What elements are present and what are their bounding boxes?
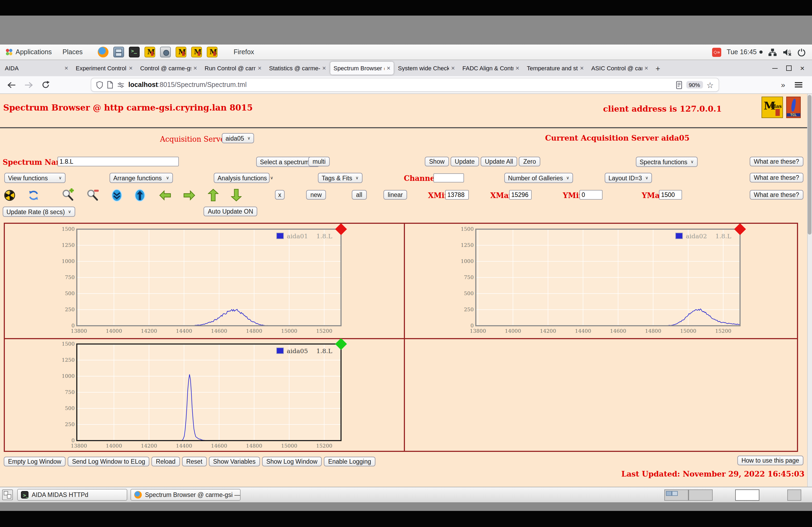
update-all-button[interactable]: Update All — [481, 157, 518, 166]
expand-vertical-icon[interactable] — [134, 189, 146, 205]
chart-bottom-left[interactable]: 1380014000142001440014600148001500015200… — [56, 338, 349, 449]
terminal-icon[interactable] — [129, 47, 140, 57]
applications-menu[interactable]: Applications — [0, 48, 57, 56]
tab-run-control-carme[interactable]: Run Control @ carme× — [201, 62, 265, 75]
tab-close-icon[interactable]: × — [64, 64, 68, 72]
tags-fits-select[interactable]: Tags & Fits∨ — [318, 173, 362, 183]
show-desktop-icon[interactable] — [2, 490, 13, 500]
layout-id-select[interactable]: Layout ID=3∨ — [605, 173, 652, 183]
what-are-these-button-2[interactable]: What are these? — [750, 173, 803, 182]
taskbar-item-spectrum-browser[interactable]: Spectrum Browser @ carme-gsi — ... — [130, 489, 241, 501]
zero-button[interactable]: Zero — [519, 157, 540, 166]
tab-close-icon[interactable]: × — [258, 64, 262, 72]
page-icon[interactable] — [107, 81, 113, 89]
chart-top-left[interactable]: 1380014000142001440014600148001500015200… — [56, 224, 349, 334]
tab-temperature-and-stat[interactable]: Temperature and stat× — [524, 62, 587, 75]
analysis-functions-select[interactable]: Analysis functions∨ — [214, 173, 270, 183]
spectrum-name-input[interactable] — [57, 157, 179, 166]
forward-button[interactable] — [23, 79, 34, 91]
enable-logging-button[interactable]: Enable Logging — [324, 457, 375, 466]
back-button[interactable] — [5, 79, 17, 91]
tab-close-icon[interactable]: × — [451, 64, 455, 72]
zoom-out-icon[interactable] — [86, 189, 99, 204]
arrange-functions-select[interactable]: Arrange functions∨ — [110, 173, 173, 183]
file-manager-icon[interactable] — [113, 47, 124, 57]
view-functions-select[interactable]: View functions∨ — [4, 173, 66, 183]
bookmark-star-icon[interactable]: ☆ — [707, 81, 714, 89]
xmin-input[interactable] — [445, 190, 469, 200]
new-button[interactable]: new — [306, 190, 326, 200]
tab-close-icon[interactable]: × — [580, 64, 584, 72]
zoom-level-button[interactable]: 90% — [686, 81, 703, 89]
move-right-icon[interactable] — [183, 190, 195, 203]
midas-icon[interactable] — [207, 47, 218, 57]
update-button[interactable]: Update — [451, 157, 479, 166]
all-button[interactable]: all — [352, 190, 366, 200]
window-minimize-button[interactable] — [772, 68, 778, 69]
page-scrollbar-thumb[interactable] — [808, 95, 811, 235]
ymax-input[interactable] — [659, 190, 682, 200]
tab-close-icon[interactable]: × — [129, 64, 133, 72]
show-button[interactable]: Show — [425, 157, 449, 166]
tab-close-icon[interactable]: × — [387, 64, 390, 72]
new-tab-button[interactable]: + — [652, 64, 664, 73]
show-variables-button[interactable]: Show Variables — [209, 457, 260, 466]
workspace-3-active[interactable] — [735, 489, 759, 500]
tab-control-carme-gsi[interactable]: Control @ carme-gsi× — [137, 62, 200, 75]
reset-button[interactable]: Reset — [182, 457, 206, 466]
clock[interactable]: Tue 16:45 — [727, 48, 763, 56]
xmax-input[interactable] — [509, 190, 532, 200]
tab-aida[interactable]: AIDA× — [2, 62, 71, 75]
workspace-2[interactable] — [688, 489, 713, 500]
tab-close-icon[interactable]: × — [516, 64, 519, 72]
reload-button[interactable]: Reload — [152, 457, 180, 466]
x-button[interactable]: x — [275, 190, 285, 200]
tab-close-icon[interactable]: × — [193, 64, 197, 72]
refresh-icon[interactable] — [27, 190, 40, 204]
tab-fadc-align-contro[interactable]: FADC Align & Contro× — [459, 62, 523, 75]
acquisition-server-select[interactable]: aida05∨ — [222, 133, 254, 143]
workspace-1[interactable] — [664, 489, 688, 500]
reload-button[interactable] — [40, 79, 52, 91]
volume-muted-icon[interactable] — [782, 48, 792, 56]
tab-spectrum-browser[interactable]: Spectrum Browser @× — [330, 62, 394, 75]
linear-button[interactable]: linear — [383, 190, 407, 200]
tab-system-wide-checks[interactable]: System wide Checks (× — [395, 62, 458, 75]
how-to-use-button[interactable]: How to use this page — [737, 456, 803, 465]
send-log-window-to-elog-button[interactable]: Send Log Window to ELog — [68, 457, 149, 466]
move-left-icon[interactable] — [159, 190, 171, 203]
active-app-menu[interactable]: Firefox — [228, 48, 259, 56]
midas-icon[interactable] — [176, 47, 186, 57]
move-up-icon[interactable] — [208, 188, 219, 205]
chart-top-right[interactable]: 1380014000142001440014600148001500015200… — [455, 224, 748, 334]
taskbar-item-aida-midas-httpd[interactable]: AIDA MIDAS HTTPd — [17, 489, 127, 501]
overflow-menu-button[interactable]: » — [781, 80, 784, 89]
move-down-icon[interactable] — [231, 188, 242, 205]
tab-close-icon[interactable]: × — [644, 64, 648, 72]
permissions-icon[interactable] — [117, 81, 125, 88]
window-maximize-button[interactable] — [786, 65, 792, 71]
auto-update-button[interactable]: Auto Update ON — [204, 207, 258, 216]
places-menu[interactable]: Places — [57, 48, 88, 56]
screenshot-icon[interactable] — [160, 47, 171, 57]
window-close-button[interactable]: × — [800, 64, 804, 72]
update-rate-select[interactable]: Update Rate (8 secs)∨ — [3, 207, 75, 217]
firefox-icon[interactable] — [98, 47, 108, 57]
spectra-functions-select[interactable]: Spectra functions∨ — [636, 157, 697, 167]
show-log-window-button[interactable]: Show Log Window — [262, 457, 322, 466]
radiation-icon[interactable] — [4, 190, 16, 204]
zoom-in-icon[interactable] — [61, 189, 75, 204]
tab-close-icon[interactable]: × — [322, 64, 326, 72]
workspace-4[interactable] — [787, 489, 801, 500]
multi-button[interactable]: multi — [308, 157, 330, 166]
collapse-vertical-icon[interactable] — [111, 189, 123, 205]
power-icon[interactable] — [798, 48, 806, 56]
empty-log-window-button[interactable]: Empty Log Window — [4, 457, 66, 466]
number-of-galleries-select[interactable]: Number of Galleries∨ — [504, 173, 573, 183]
tab-statistics-carme-g[interactable]: Statistics @ carme-g× — [266, 62, 329, 75]
notification-icon[interactable]: ◇» — [712, 47, 721, 57]
reader-mode-icon[interactable] — [675, 81, 682, 89]
url-text[interactable]: localhost:8015/Spectrum/Spectrum.tml — [128, 81, 246, 89]
tab-asic-control-carm[interactable]: ASIC Control @ carm× — [588, 62, 651, 75]
tab-experiment-control[interactable]: Experiment Control @× — [73, 62, 136, 75]
